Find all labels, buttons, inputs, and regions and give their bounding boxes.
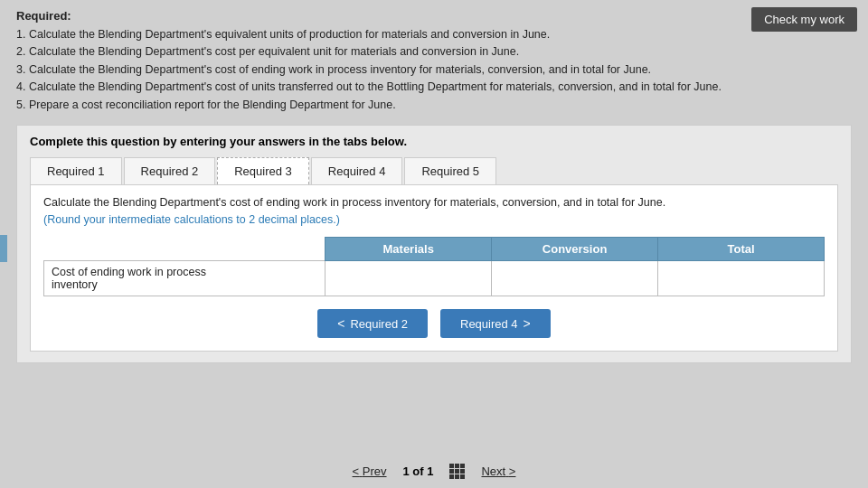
tab-required-2[interactable]: Required 2 [124, 157, 216, 184]
tab-description: Calculate the Blending Department's cost… [43, 194, 825, 229]
bottom-bar: < Prev 1 of 1 Next > [0, 464, 868, 479]
page-info: 1 of 1 [403, 465, 434, 478]
required-header: Required: [16, 9, 852, 23]
forward-arrow-icon: > [524, 316, 531, 331]
col-header-materials: Materials [326, 238, 492, 261]
col-header-total: Total [658, 238, 825, 261]
main-content: Required: 1. Calculate the Blending Depa… [0, 0, 868, 363]
instruction-3: 3. Calculate the Blending Department's c… [16, 61, 852, 79]
tab-description-note: (Round your intermediate calculations to… [43, 213, 340, 226]
tabs-row: Required 1 Required 2 Required 3 Require… [30, 157, 838, 185]
tab-required-1[interactable]: Required 1 [30, 157, 122, 184]
total-input-cell[interactable] [658, 261, 825, 296]
next-link[interactable]: Next > [481, 465, 515, 478]
complete-box: Complete this question by entering your … [16, 125, 852, 364]
back-button-label: Required 2 [350, 317, 408, 331]
tab-required-3[interactable]: Required 3 [217, 157, 309, 184]
tab-required-5[interactable]: Required 5 [404, 157, 496, 184]
nav-buttons: < Required 2 Required 4 > [43, 309, 825, 338]
grid-icon [449, 464, 465, 479]
tab-required-4[interactable]: Required 4 [311, 157, 403, 184]
back-button[interactable]: < Required 2 [317, 309, 428, 338]
conversion-input-cell[interactable] [492, 261, 658, 296]
conversion-input[interactable] [499, 270, 650, 286]
prev-label: Prev [363, 465, 387, 478]
instructions: 1. Calculate the Blending Department's e… [16, 26, 852, 114]
tab-description-text: Calculate the Blending Department's cost… [43, 196, 665, 209]
instruction-4: 4. Calculate the Blending Department's c… [16, 79, 852, 96]
row-label: Cost of ending work in processinventory [44, 261, 326, 296]
instruction-1: 1. Calculate the Blending Department's e… [16, 26, 852, 43]
next-label: Next [481, 465, 505, 478]
calc-table: Materials Conversion Total Cost of endin… [43, 237, 825, 296]
prev-link[interactable]: < Prev [353, 465, 387, 478]
table-row: Cost of ending work in processinventory [44, 261, 825, 296]
tab-content-area: Calculate the Blending Department's cost… [30, 185, 838, 352]
total-input[interactable] [665, 270, 816, 286]
forward-button-label: Required 4 [460, 317, 518, 331]
prev-arrow-icon: < [353, 465, 360, 478]
instruction-2: 2. Calculate the Blending Department's c… [16, 43, 852, 61]
complete-label: Complete this question by entering your … [30, 135, 838, 148]
back-arrow-icon: < [337, 316, 344, 331]
forward-button[interactable]: Required 4 > [440, 309, 551, 338]
col-header-conversion: Conversion [492, 238, 658, 261]
instruction-5: 5. Prepare a cost reconciliation report … [16, 97, 852, 114]
materials-input[interactable] [333, 270, 484, 286]
materials-input-cell[interactable] [326, 261, 492, 296]
next-arrow-icon: > [509, 465, 516, 478]
